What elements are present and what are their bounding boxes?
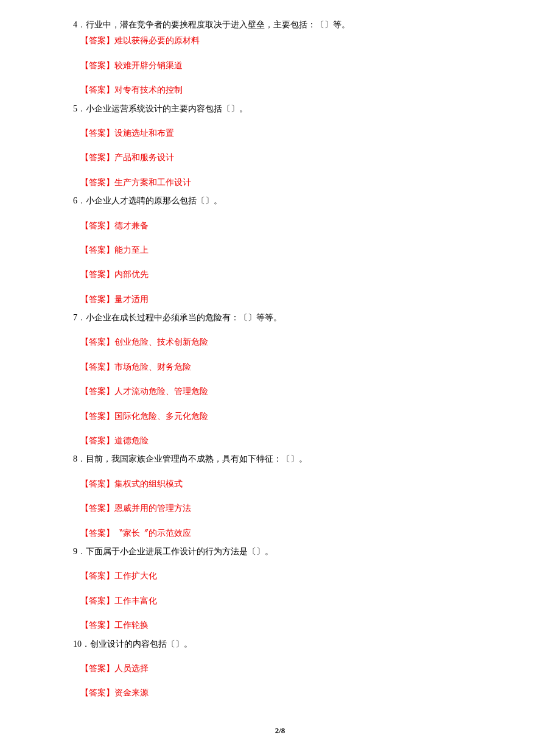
- question-number: 8．: [73, 454, 86, 463]
- answer-line: 【答案】人才流动危险、管理危险: [80, 385, 487, 398]
- answer-text: 集权式的组织模式: [114, 479, 183, 488]
- answer-text: 工作扩大化: [114, 571, 157, 580]
- answer-label: 【答案】: [80, 664, 114, 673]
- answer-text: 对专有技术的控制: [114, 85, 183, 94]
- answer-text: 资金来源: [114, 688, 149, 697]
- answer-label: 【答案】: [80, 295, 114, 304]
- question-6: 6．小企业人才选聘的原那么包括〔〕。: [73, 194, 487, 208]
- answer-text: 较难开辟分销渠道: [114, 61, 183, 70]
- answer-text: 恩威并用的管理方法: [114, 504, 191, 513]
- answer-label: 【答案】: [80, 153, 114, 162]
- document-page: 4．行业中，潜在竞争者的要挟程度取决于进入壁垒，主要包括：〔〕等。【答案】难以获…: [0, 0, 560, 746]
- question-9: 9．下面属于小企业进展工作设计的行为方法是〔〕。: [73, 545, 487, 558]
- question-text: 行业中，潜在竞争者的要挟程度取决于进入壁垒，主要包括：〔〕等。: [86, 20, 350, 29]
- answer-label: 【答案】: [80, 529, 114, 538]
- answer-text: 工作丰富化: [114, 596, 157, 605]
- answer-line: 【答案】较难开辟分销渠道: [80, 59, 487, 72]
- answer-line: 【答案】〝家长〞的示范效应: [80, 527, 487, 540]
- answer-text: 设施选址和布置: [114, 128, 174, 138]
- answer-line: 【答案】德才兼备: [80, 219, 487, 233]
- answer-label: 【答案】: [80, 596, 114, 605]
- question-number: 9．: [73, 547, 86, 556]
- answer-line: 【答案】资金来源: [80, 686, 487, 700]
- answer-line: 【答案】量才适用: [80, 293, 487, 306]
- question-number: 5．: [73, 104, 86, 113]
- question-number: 7．: [73, 313, 86, 322]
- answer-label: 【答案】: [80, 36, 114, 45]
- answer-line: 【答案】恩威并用的管理方法: [80, 502, 487, 515]
- question-text: 目前，我国家族企业管理尚不成熟，具有如下特征：〔〕。: [86, 454, 307, 463]
- answer-label: 【答案】: [80, 85, 114, 94]
- question-number: 6．: [73, 196, 86, 205]
- answer-line: 【答案】创业危险、技术创新危险: [80, 336, 487, 349]
- answer-text: 人员选择: [114, 664, 149, 673]
- answer-text: 产品和服务设计: [114, 153, 174, 162]
- answer-line: 【答案】能力至上: [80, 244, 487, 257]
- answer-text: 国际化危险、多元化危险: [114, 412, 208, 421]
- answer-line: 【答案】产品和服务设计: [80, 151, 487, 164]
- answer-label: 【答案】: [80, 479, 114, 488]
- answer-label: 【答案】: [80, 178, 114, 187]
- answer-label: 【答案】: [80, 362, 114, 371]
- question-text: 小企业运营系统设计的主要内容包括〔〕。: [86, 104, 248, 113]
- answer-line: 【答案】对专有技术的控制: [80, 83, 487, 97]
- question-text: 小企业在成长过程中必须承当的危险有：〔〕等等。: [86, 313, 282, 322]
- answer-label: 【答案】: [80, 621, 114, 630]
- answer-label: 【答案】: [80, 688, 114, 697]
- answer-label: 【答案】: [80, 61, 114, 70]
- question-text: 创业设计的内容包括〔〕。: [90, 639, 192, 649]
- question-number: 10．: [73, 639, 90, 649]
- answer-text: 〝家长〞的示范效应: [114, 529, 191, 538]
- question-10: 10．创业设计的内容包括〔〕。: [73, 638, 487, 651]
- answer-text: 人才流动危险、管理危险: [114, 387, 208, 396]
- answer-line: 【答案】难以获得必要的原材料: [80, 34, 487, 48]
- answer-text: 创业危险、技术创新危险: [114, 337, 208, 347]
- question-8: 8．目前，我国家族企业管理尚不成熟，具有如下特征：〔〕。: [73, 452, 487, 466]
- answer-text: 量才适用: [114, 295, 149, 304]
- answer-line: 【答案】工作扩大化: [80, 569, 487, 583]
- answer-line: 【答案】道德危险: [80, 434, 487, 448]
- answer-line: 【答案】工作轮换: [80, 619, 487, 632]
- answer-label: 【答案】: [80, 412, 114, 421]
- answer-text: 生产方案和工作设计: [114, 178, 191, 187]
- answer-text: 能力至上: [114, 245, 149, 255]
- question-7: 7．小企业在成长过程中必须承当的危险有：〔〕等等。: [73, 311, 487, 325]
- answer-line: 【答案】市场危险、财务危险: [80, 361, 487, 374]
- answer-line: 【答案】集权式的组织模式: [80, 477, 487, 491]
- answer-label: 【答案】: [80, 245, 114, 255]
- question-5: 5．小企业运营系统设计的主要内容包括〔〕。: [73, 102, 487, 116]
- page-number: 2/8: [73, 725, 487, 737]
- answer-label: 【答案】: [80, 387, 114, 396]
- answer-label: 【答案】: [80, 221, 114, 230]
- answer-text: 难以获得必要的原材料: [114, 36, 200, 45]
- answer-label: 【答案】: [80, 337, 114, 347]
- question-text: 下面属于小企业进展工作设计的行为方法是〔〕。: [86, 547, 273, 556]
- question-text: 小企业人才选聘的原那么包括〔〕。: [86, 196, 222, 205]
- question-4: 4．行业中，潜在竞争者的要挟程度取决于进入壁垒，主要包括：〔〕等。: [73, 18, 487, 32]
- question-number: 4．: [73, 20, 86, 29]
- answer-text: 市场危险、财务危险: [114, 362, 191, 371]
- answer-line: 【答案】内部优先: [80, 268, 487, 281]
- answer-label: 【答案】: [80, 571, 114, 580]
- answer-line: 【答案】工作丰富化: [80, 594, 487, 608]
- answer-line: 【答案】生产方案和工作设计: [80, 176, 487, 189]
- answer-text: 道德危险: [114, 436, 149, 445]
- answer-text: 德才兼备: [114, 221, 149, 230]
- answer-label: 【答案】: [80, 436, 114, 445]
- answer-label: 【答案】: [80, 270, 114, 279]
- answer-line: 【答案】人员选择: [80, 662, 487, 675]
- answer-label: 【答案】: [80, 504, 114, 513]
- answer-text: 内部优先: [114, 270, 149, 279]
- answer-text: 工作轮换: [114, 621, 149, 630]
- answer-label: 【答案】: [80, 128, 114, 138]
- answer-line: 【答案】设施选址和布置: [80, 127, 487, 140]
- answer-line: 【答案】国际化危险、多元化危险: [80, 410, 487, 423]
